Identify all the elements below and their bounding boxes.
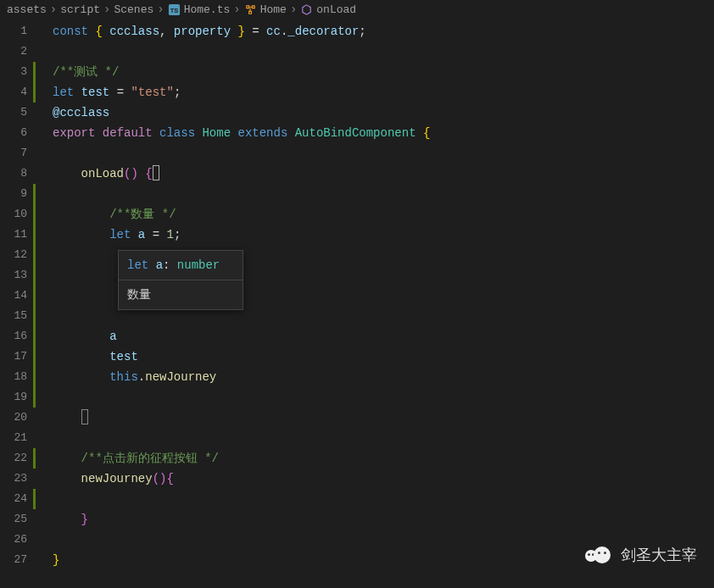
breadcrumb-item-scenes[interactable]: Scenes <box>114 3 153 16</box>
line-number[interactable]: 14 <box>0 286 42 306</box>
line-number[interactable]: 7 <box>0 143 42 164</box>
code-line[interactable] <box>42 489 714 509</box>
line-number[interactable]: 17 <box>0 347 42 367</box>
code-line[interactable]: onLoad() { <box>42 164 714 184</box>
code-line[interactable]: export default class Home extends AutoBi… <box>42 123 714 143</box>
code-line[interactable] <box>42 408 714 428</box>
editor[interactable]: 1 2 3 4 5 6 7 8 9 10 11 12 13 14 15 16 1… <box>0 19 714 570</box>
line-number[interactable]: 15 <box>0 306 42 326</box>
line-gutter: 1 2 3 4 5 6 7 8 9 10 11 12 13 14 15 16 1… <box>0 19 42 570</box>
class-symbol-icon <box>244 3 257 16</box>
code-line[interactable]: newJourney(){ <box>42 469 714 489</box>
code-line[interactable]: this.newJourney <box>42 367 714 387</box>
code-line[interactable]: let test = "test"; <box>42 82 714 103</box>
code-line[interactable]: a <box>42 326 714 347</box>
bracket-match-box <box>81 409 88 424</box>
line-number[interactable]: 24 <box>0 489 42 509</box>
chevron-right-icon: › <box>103 3 110 16</box>
hover-documentation: 数量 <box>119 280 243 309</box>
hover-signature: let a: number <box>119 251 243 280</box>
line-number[interactable]: 12 <box>0 245 42 265</box>
chevron-right-icon: › <box>233 3 240 16</box>
chevron-right-icon: › <box>157 3 164 16</box>
modified-indicator <box>33 82 36 103</box>
line-number[interactable]: 11 <box>0 225 42 245</box>
code-line[interactable]: /**测试 */ <box>42 62 714 82</box>
code-line[interactable]: /**数量 */ <box>42 204 714 225</box>
line-number[interactable]: 3 <box>0 62 42 82</box>
line-number[interactable]: 4 <box>0 82 42 103</box>
line-number[interactable]: 20 <box>0 408 42 428</box>
line-number[interactable]: 26 <box>0 530 42 550</box>
hover-tooltip[interactable]: let a: number 数量 <box>118 250 243 310</box>
line-number[interactable]: 6 <box>0 123 42 143</box>
typescript-file-icon: TS <box>168 3 181 16</box>
line-number[interactable]: 9 <box>0 184 42 204</box>
breadcrumb-item-method[interactable]: onLoad <box>300 3 356 16</box>
code-line[interactable]: let a = 1; <box>42 225 714 245</box>
breadcrumb-item-file[interactable]: TS Home.ts <box>168 3 231 16</box>
line-number[interactable]: 13 <box>0 265 42 286</box>
code-line[interactable] <box>42 42 714 62</box>
chevron-right-icon: › <box>50 3 57 16</box>
code-line[interactable]: const { ccclass, property } = cc._decora… <box>42 21 714 42</box>
code-line[interactable]: /**点击新的征程按钮 */ <box>42 448 714 469</box>
code-line[interactable]: @ccclass <box>42 103 714 123</box>
modified-indicator <box>33 448 36 469</box>
line-number[interactable]: 5 <box>0 103 42 123</box>
line-number[interactable]: 2 <box>0 42 42 62</box>
line-number[interactable]: 22 <box>0 448 42 469</box>
code-line[interactable] <box>42 184 714 204</box>
line-number[interactable]: 16 <box>0 326 42 347</box>
line-number[interactable]: 21 <box>0 428 42 448</box>
watermark: 剑圣大主宰 <box>585 543 697 567</box>
watermark-text: 剑圣大主宰 <box>621 545 697 565</box>
line-number[interactable]: 23 <box>0 469 42 489</box>
code-line[interactable] <box>42 387 714 408</box>
modified-indicator <box>33 489 36 509</box>
code-line[interactable] <box>42 143 714 164</box>
code-line[interactable]: } <box>42 509 714 530</box>
line-number[interactable]: 25 <box>0 509 42 530</box>
breadcrumb: assets › script › Scenes › TS Home.ts › … <box>0 0 714 19</box>
breadcrumb-item-class[interactable]: Home <box>244 3 287 16</box>
code-line[interactable]: test <box>42 347 714 367</box>
breadcrumb-item-assets[interactable]: assets <box>7 3 47 16</box>
line-number[interactable]: 27 <box>0 550 42 570</box>
chevron-right-icon: › <box>290 3 297 16</box>
line-number[interactable]: 10 <box>0 204 42 225</box>
method-symbol-icon <box>300 3 313 16</box>
svg-text:TS: TS <box>170 7 178 14</box>
line-number[interactable]: 19 <box>0 387 42 408</box>
text-cursor <box>153 165 159 180</box>
line-number[interactable]: 8 <box>0 164 42 184</box>
line-number[interactable]: 18 <box>0 367 42 387</box>
code-line[interactable] <box>42 428 714 448</box>
line-number[interactable]: 1 <box>0 21 42 42</box>
wechat-icon <box>585 543 614 567</box>
modified-indicator <box>33 62 36 82</box>
breadcrumb-item-script[interactable]: script <box>60 3 100 16</box>
